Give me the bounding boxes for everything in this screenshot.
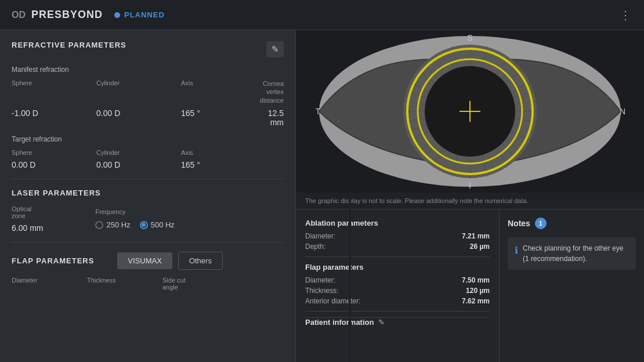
patient-info-label: Patient information <box>305 318 374 327</box>
frequency-radio-group: 250 Hz 500 Hz <box>95 220 174 229</box>
flap-thickness-info-label: Thickness: <box>305 287 338 295</box>
main-layout: REFRACTIVE PARAMETERS ✎ Manifest refract… <box>0 30 644 362</box>
eye-svg: S I T N <box>296 30 644 193</box>
right-panel: S I T N The graphic display is not to sc… <box>296 30 644 362</box>
laser-title: LASER PARAMETERS <box>12 189 284 197</box>
notes-count-badge: 1 <box>535 218 547 229</box>
info-icon: ℹ <box>515 244 518 264</box>
freq-500-label: 500 Hz <box>151 220 175 229</box>
optical-zone-label: Opticalzone <box>12 205 43 219</box>
freq-250-label: 250 Hz <box>106 220 130 229</box>
ablation-depth-label: Depth: <box>305 242 325 251</box>
target-cylinder-value: 0.00 D <box>96 160 178 169</box>
refractive-section: REFRACTIVE PARAMETERS ✎ Manifest refract… <box>12 41 284 169</box>
freq-250-radio[interactable] <box>95 221 103 229</box>
manifest-axis-value: 165 ° <box>181 108 251 127</box>
cylinder-col-label: Cylinder <box>96 79 178 104</box>
laser-section: LASER PARAMETERS Opticalzone 6.00 mm Fre… <box>12 189 284 233</box>
cornea-vertex-col-label: Corneavertexdistance <box>254 79 284 104</box>
flap-params-row: Diameter Thickness Side cutangle <box>12 277 284 292</box>
ablation-diameter-label: Diameter: <box>305 232 335 240</box>
flap-thickness-label: Thickness <box>87 277 157 284</box>
target-axis-col-label: Axis <box>181 149 251 156</box>
eye-diagram: S I T N <box>296 30 644 193</box>
sphere-col-label: Sphere <box>12 79 93 104</box>
flap-thickness-block: Thickness <box>87 277 157 292</box>
axis-col-label: Axis <box>181 79 251 104</box>
bottom-right: Ablation parameters Diameter: 7.21 mm De… <box>296 209 644 362</box>
status-dot <box>114 12 120 18</box>
ablation-info-panel: Ablation parameters Diameter: 7.21 mm De… <box>296 209 499 362</box>
flap-diameter-block: Diameter <box>12 277 81 292</box>
ablation-depth-value: 26 µm <box>470 242 490 251</box>
notes-header: Notes 1 <box>508 218 636 229</box>
status-text: PLANNED <box>124 10 165 19</box>
flap-diameter-row: Diameter: 7.50 mm <box>305 276 490 284</box>
flap-side-cut-label: Side cutangle <box>162 277 238 291</box>
notes-title: Notes <box>508 219 530 228</box>
notes-panel: Notes 1 ℹ Check planning for the other e… <box>499 209 644 362</box>
flap-anterior-info-label: Anterior diameter: <box>305 297 360 305</box>
target-axis-value: 165 ° <box>181 160 251 169</box>
freq-250-option[interactable]: 250 Hz <box>95 220 130 229</box>
flap-diameter-info-label: Diameter: <box>305 276 335 284</box>
optical-zone-block: Opticalzone 6.00 mm <box>12 205 43 233</box>
patient-info-edit-icon[interactable]: ✎ <box>378 318 385 327</box>
note-card: ℹ Check planning for the other eye (1 re… <box>508 237 636 270</box>
flap-diameter-label: Diameter <box>12 277 81 284</box>
target-cylinder-col-label: Cylinder <box>96 149 178 156</box>
ablation-diameter-value: 7.21 mm <box>462 232 490 240</box>
flap-section: FLAP PARAMETERS VISUMAX Others Diameter … <box>12 252 284 292</box>
patient-info-row: Patient information ✎ <box>305 317 490 327</box>
ablation-title: Ablation parameters <box>305 219 490 227</box>
target-sphere-col-label: Sphere <box>12 149 93 156</box>
optical-zone-value: 6.00 mm <box>12 223 43 233</box>
refractive-edit-button[interactable]: ✎ <box>266 41 284 57</box>
flap-thickness-row: Thickness: 120 µm <box>305 287 490 295</box>
flap-side-cut-block: Side cutangle <box>162 277 238 292</box>
flap-anterior-info-value: 7.62 mm <box>462 297 490 305</box>
status-indicator: PLANNED <box>114 10 165 19</box>
manifest-cornea-value: 12.5 mm <box>254 108 284 127</box>
ablation-diameter-row: Diameter: 7.21 mm <box>305 232 490 240</box>
od-label: OD <box>12 10 26 20</box>
freq-500-option[interactable]: 500 Hz <box>140 220 175 229</box>
refractive-title: REFRACTIVE PARAMETERS <box>12 41 126 49</box>
flap-title: FLAP PARAMETERS <box>12 256 94 265</box>
visumax-tab[interactable]: VISUMAX <box>117 252 172 269</box>
ablation-section: Ablation parameters Diameter: 7.21 mm De… <box>305 219 490 251</box>
note-text: Check planning for the other eye (1 reco… <box>523 243 629 264</box>
target-refraction-label: Target refraction <box>12 135 284 143</box>
flap-info-title: Flap parameters <box>305 263 490 272</box>
frequency-block: Frequency 250 Hz 500 Hz <box>95 208 174 229</box>
flap-anterior-row: Anterior diameter: 7.62 mm <box>305 297 490 305</box>
freq-500-radio[interactable] <box>140 221 148 229</box>
others-tab[interactable]: Others <box>178 252 223 270</box>
ablation-depth-row: Depth: 26 µm <box>305 242 490 251</box>
more-menu-button[interactable]: ⋮ <box>620 8 632 22</box>
svg-text:I: I <box>469 181 471 190</box>
left-panel: REFRACTIVE PARAMETERS ✎ Manifest refract… <box>0 30 296 362</box>
svg-text:N: N <box>620 107 625 116</box>
flap-info-section: Flap parameters Diameter: 7.50 mm Thickn… <box>305 263 490 305</box>
graphic-note: The graphic display is not to scale. Ple… <box>296 193 644 209</box>
manifest-sphere-value: -1.00 D <box>12 108 93 127</box>
svg-text:T: T <box>316 107 321 116</box>
svg-text:S: S <box>467 33 472 42</box>
manifest-refraction-label: Manifest refraction <box>12 66 284 74</box>
topbar: OD PRESBYOND PLANNED ⋮ <box>0 0 644 30</box>
app-title: PRESBYOND <box>31 9 103 21</box>
flap-diameter-info-value: 7.50 mm <box>462 276 490 284</box>
target-sphere-value: 0.00 D <box>12 160 93 169</box>
flap-thickness-info-value: 120 µm <box>466 287 490 295</box>
frequency-label: Frequency <box>95 208 174 215</box>
manifest-cylinder-value: 0.00 D <box>96 108 178 127</box>
